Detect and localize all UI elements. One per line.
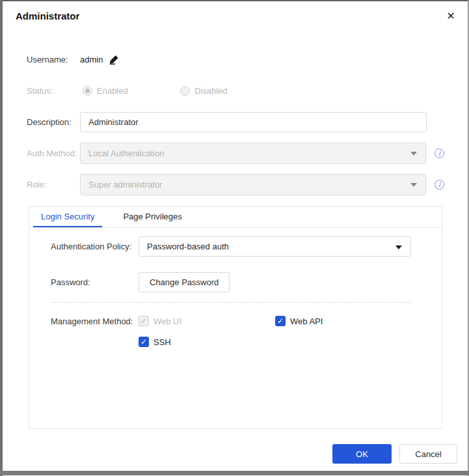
checkbox-web-ui-label: Web UI: [154, 316, 181, 326]
ok-button[interactable]: OK: [332, 444, 392, 464]
authentication-policy-select[interactable]: Password-based auth: [139, 236, 411, 257]
authentication-policy-label: Authentication Policy:: [51, 242, 139, 251]
info-icon[interactable]: i: [435, 180, 444, 189]
checkbox-ssh[interactable]: ✓ SSH: [139, 337, 275, 347]
checkbox-checked-disabled-icon: ✓: [139, 316, 149, 326]
username-label: Username:: [27, 55, 80, 64]
description-row: Description:: [27, 111, 427, 132]
tab-page-privileges[interactable]: Page Privileges: [115, 207, 189, 227]
checkbox-ssh-label: SSH: [154, 337, 171, 347]
description-input[interactable]: [80, 112, 427, 132]
checkbox-web-ui: ✓ Web UI: [139, 316, 275, 326]
dialog-title: Administrator: [16, 10, 79, 21]
role-select: Super administrator: [80, 174, 426, 195]
username-row: Username: admin: [27, 49, 120, 70]
tab-header: Login Security Page Privileges: [29, 207, 442, 228]
auth-method-row: Auth Method: Local Authentication i: [27, 143, 444, 163]
management-method-row: Management Method: ✓ Web UI ✓: [51, 311, 442, 352]
dialog-footer: OK Cancel: [332, 444, 457, 464]
management-method-options: ✓ Web UI ✓ Web API: [139, 311, 323, 352]
tab-login-security[interactable]: Login Security: [33, 207, 102, 227]
cancel-button[interactable]: Cancel: [399, 444, 457, 464]
auth-method-value: Local Authentication: [88, 148, 164, 158]
auth-method-label: Auth Method:: [27, 148, 80, 158]
description-label: Description:: [27, 117, 80, 127]
edit-pencil-icon[interactable]: [109, 54, 120, 65]
divider: [51, 302, 411, 303]
authentication-policy-row: Authentication Policy: Password-based au…: [51, 236, 442, 257]
radio-disabled-circle-icon: [180, 86, 190, 96]
role-label: Role:: [27, 180, 80, 189]
radio-enabled[interactable]: Enabled: [83, 86, 180, 96]
administrator-dialog: Administrator ✕ Username: admin Status: …: [0, 0, 469, 476]
auth-method-select: Local Authentication: [80, 143, 426, 164]
close-icon[interactable]: ✕: [444, 9, 458, 23]
checkbox-web-api[interactable]: ✓ Web API: [275, 316, 323, 326]
chevron-down-icon: [410, 183, 417, 187]
authentication-policy-value: Password-based auth: [147, 242, 229, 251]
change-password-button[interactable]: Change Password: [139, 272, 230, 292]
radio-enabled-label: Enabled: [97, 86, 128, 96]
password-label: Password:: [51, 277, 139, 287]
checkbox-checked-icon: ✓: [139, 337, 149, 347]
role-row: Role: Super administrator i: [27, 174, 444, 195]
status-row: Status: Enabled Disabled: [27, 80, 228, 101]
checkbox-checked-icon: ✓: [275, 316, 286, 326]
username-value: admin: [80, 55, 103, 64]
login-security-content: Authentication Policy: Password-based au…: [29, 228, 442, 352]
tab-panel: Login Security Page Privileges Authentic…: [29, 206, 442, 429]
checkbox-web-api-label: Web API: [290, 316, 323, 326]
role-value: Super administrator: [88, 180, 162, 189]
radio-enabled-circle-icon: [83, 86, 92, 96]
status-label: Status:: [27, 86, 80, 96]
radio-disabled[interactable]: Disabled: [180, 86, 228, 96]
chevron-down-icon: [395, 245, 402, 249]
password-row: Password: Change Password: [51, 272, 442, 292]
radio-disabled-label: Disabled: [194, 86, 228, 96]
status-radio-group: Enabled Disabled: [80, 86, 228, 96]
management-method-label: Management Method:: [51, 311, 139, 326]
info-icon[interactable]: i: [435, 148, 444, 158]
chevron-down-icon: [410, 152, 417, 156]
